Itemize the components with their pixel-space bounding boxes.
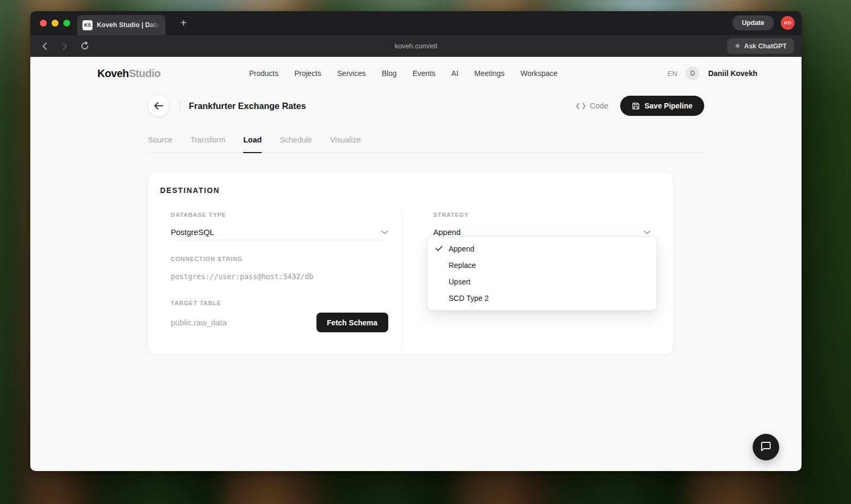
code-button[interactable]: Code (576, 102, 608, 110)
tab-load[interactable]: Load (243, 136, 262, 153)
site-favicon: KS (82, 20, 93, 30)
destination-heading: DESTINATION (160, 186, 673, 195)
strategy-dropdown: Append Replace Upsert (427, 236, 657, 310)
back-icon[interactable] (38, 40, 51, 53)
strategy-option-upsert[interactable]: Upsert (428, 273, 657, 290)
user-avatar[interactable]: D (686, 66, 699, 80)
chevron-down-icon (644, 230, 650, 234)
browser-tabstrip: KS Koveh Studio | Data E + Update KO (30, 11, 802, 35)
strategy-option-label: Replace (449, 261, 476, 270)
database-type-label: DATABASE TYPE (171, 212, 388, 218)
nav-item-workspace[interactable]: Workspace (521, 69, 558, 78)
forward-icon[interactable] (58, 40, 71, 53)
pipeline-title: Frankfurter Exchange Rates (189, 101, 306, 111)
tab-source[interactable]: Source (148, 136, 172, 153)
target-table-label: TARGET TABLE (171, 300, 388, 306)
language-switch[interactable]: EN (668, 70, 678, 78)
tab-title: Koveh Studio | Data E (97, 21, 160, 29)
ask-chatgpt-button[interactable]: ✳ Ask ChatGPT (727, 38, 794, 54)
zoom-window-button[interactable] (63, 20, 70, 27)
address-bar[interactable]: koveh.com/etl (30, 42, 802, 50)
browser-window: KS Koveh Studio | Data E + Update KO kov… (30, 11, 802, 471)
save-pipeline-label: Save Pipeline (645, 102, 693, 110)
window-controls (40, 20, 70, 27)
logo-bold: Koveh (97, 68, 129, 79)
strategy-option-scd-type-2[interactable]: SCD Type 2 (428, 290, 657, 306)
pipeline-tabs: Source Transform Load Schedule Visualize (148, 136, 704, 153)
browser-update-button[interactable]: Update (732, 15, 774, 30)
strategy-option-append[interactable]: Append (428, 240, 657, 257)
destination-card: DESTINATION DATABASE TYPE PostgreSQL C (148, 172, 673, 355)
new-tab-icon[interactable]: + (177, 18, 190, 28)
chat-fab-button[interactable] (753, 434, 779, 460)
divider (180, 99, 180, 113)
database-type-select[interactable]: PostgreSQL (171, 224, 388, 240)
code-button-label: Code (590, 102, 608, 110)
browser-tab[interactable]: KS Koveh Studio | Data E (77, 15, 165, 35)
nav-item-meetings[interactable]: Meetings (474, 69, 505, 78)
nav-item-events[interactable]: Events (413, 69, 436, 78)
reload-icon[interactable] (78, 40, 91, 53)
back-button[interactable] (148, 95, 169, 116)
ask-chatgpt-label: Ask ChatGPT (744, 43, 787, 50)
pipeline-header: Frankfurter Exchange Rates Code Save Pip… (148, 94, 704, 117)
save-icon (632, 102, 640, 110)
tab-visualize[interactable]: Visualize (330, 136, 361, 153)
strategy-label: STRATEGY (433, 212, 651, 218)
save-pipeline-button[interactable]: Save Pipeline (620, 96, 704, 116)
strategy-option-replace[interactable]: Replace (428, 257, 657, 273)
check-icon (435, 246, 444, 251)
database-type-value: PostgreSQL (171, 228, 214, 237)
connection-string-input[interactable] (171, 268, 388, 284)
openai-icon: ✳ (735, 42, 740, 50)
minimize-window-button[interactable] (52, 20, 59, 27)
close-window-button[interactable] (40, 20, 47, 27)
nav-item-products[interactable]: Products (249, 69, 278, 78)
chat-bubble-icon (760, 442, 772, 452)
connection-string-label: CONNECTION STRING (171, 256, 388, 262)
site-header: KovehStudio Products Projects Services B… (30, 58, 802, 89)
strategy-option-label: Append (449, 245, 474, 253)
fetch-schema-button[interactable]: Fetch Schema (316, 313, 388, 332)
browser-profile-avatar[interactable]: KO (781, 16, 795, 30)
tab-schedule[interactable]: Schedule (280, 136, 312, 153)
strategy-option-label: Upsert (449, 278, 471, 286)
main-nav: Products Projects Services Blog Events A… (139, 69, 668, 78)
browser-toolbar: koveh.com/etl ✳ Ask ChatGPT (30, 35, 802, 57)
nav-item-projects[interactable]: Projects (294, 69, 321, 78)
chevron-down-icon (381, 230, 388, 234)
target-table-input[interactable] (171, 315, 307, 331)
tab-transform[interactable]: Transform (190, 136, 226, 153)
strategy-option-label: SCD Type 2 (449, 294, 489, 303)
strategy-value: Append (433, 228, 461, 237)
back-arrow-icon (154, 102, 163, 110)
code-icon (576, 103, 586, 110)
page-content: KovehStudio Products Projects Services B… (30, 57, 802, 471)
user-name[interactable]: Daniil Kovekh (708, 69, 757, 78)
nav-item-ai[interactable]: AI (452, 69, 458, 78)
nav-item-services[interactable]: Services (337, 69, 366, 78)
nav-item-blog[interactable]: Blog (382, 69, 397, 78)
